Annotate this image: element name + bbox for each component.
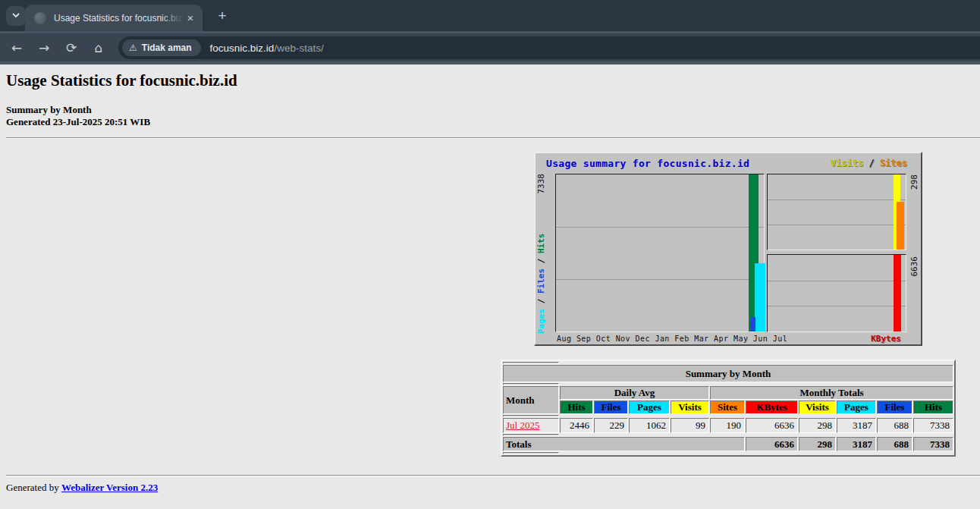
axis-word-pages: Pages xyxy=(536,309,546,334)
spacer-cell xyxy=(503,434,559,436)
back-icon[interactable]: ← xyxy=(6,37,27,58)
kbytes-bar xyxy=(894,255,901,331)
home-icon[interactable]: ⌂ xyxy=(88,37,109,58)
new-tab-button[interactable]: + xyxy=(213,7,231,25)
col-visits: Visits xyxy=(799,401,836,414)
col-pages: Pages xyxy=(629,401,670,414)
summary-by-month-table: Summary by Month Month Daily Avg Monthly… xyxy=(501,360,956,457)
totals-pages: 3187 xyxy=(837,437,876,451)
right-axis-visits-max: 298 xyxy=(909,174,919,190)
reload-icon[interactable]: ⟳ xyxy=(61,37,82,58)
daily-visits-cell: 99 xyxy=(671,418,709,433)
axis-word-hits: Hits xyxy=(536,234,546,254)
horizontal-rule xyxy=(6,137,980,139)
kbytes-panel xyxy=(767,254,906,332)
daily-pages-cell: 1062 xyxy=(629,418,670,433)
page-title: Usage Statistics for focusnic.biz.id xyxy=(6,71,237,90)
table-row: Jul 2025 2446 229 1062 99 190 6636 298 3… xyxy=(503,418,953,433)
url-host: focusnic.biz.id xyxy=(210,42,275,54)
webpage: Usage Statistics for focusnic.biz.id Sum… xyxy=(0,64,980,509)
webalizer-link[interactable]: Webalizer Version 2.23 xyxy=(61,482,158,493)
axis-separator: / xyxy=(536,294,546,309)
tab-strip: Usage Statistics for focusnic.biz × + xyxy=(0,0,980,31)
table-title: Summary by Month xyxy=(503,365,953,382)
footer-prefix: Generated by xyxy=(6,482,61,493)
browser-chrome: Usage Statistics for focusnic.biz × + ← … xyxy=(0,0,980,64)
grid-line xyxy=(768,225,906,225)
month-link[interactable]: Jul 2025 xyxy=(506,419,539,431)
hits-cell: 7338 xyxy=(913,418,953,433)
spacer-cell xyxy=(503,362,559,364)
totals-kbytes: 6636 xyxy=(746,437,798,451)
left-axis-label: Pages / Files / Hits xyxy=(536,228,546,334)
sites-cell: 190 xyxy=(710,418,745,433)
col-hits: Hits xyxy=(913,401,953,414)
col-hits: Hits xyxy=(560,401,593,414)
spacer-cell xyxy=(503,383,559,385)
page-subtitle: Summary by Month xyxy=(6,104,92,116)
grid-line xyxy=(768,281,906,281)
chart-title: Usage summary for focusnic.biz.id xyxy=(546,158,749,169)
col-pages: Pages xyxy=(837,401,876,414)
spacer-cell xyxy=(503,452,559,454)
url-text: focusnic.biz.id/web-stats/ xyxy=(210,42,324,54)
totals-hits: 7338 xyxy=(913,437,953,451)
browser-tab[interactable]: Usage Statistics for focusnic.biz × xyxy=(25,5,203,31)
address-bar[interactable]: ⚠ Tidak aman focusnic.biz.id/web-stats/ xyxy=(118,36,980,59)
url-path: /web-stats/ xyxy=(274,42,323,54)
totals-label: Totals xyxy=(503,437,745,451)
sites-bar xyxy=(897,202,904,250)
horizontal-rule xyxy=(6,475,980,476)
col-visits: Visits xyxy=(671,401,709,414)
files-bar xyxy=(751,317,755,331)
grid-line xyxy=(556,227,764,228)
chart-legend: Visits / Sites xyxy=(831,158,907,168)
daily-files-cell: 229 xyxy=(594,418,628,433)
daily-avg-header: Daily Avg xyxy=(560,386,709,400)
hits-files-pages-panel xyxy=(555,174,765,332)
col-files: Files xyxy=(877,401,912,414)
tab-favicon-icon xyxy=(34,12,46,24)
spacer-cell xyxy=(503,415,559,417)
axis-separator: / xyxy=(536,253,546,269)
col-files: Files xyxy=(594,401,628,414)
forward-icon[interactable]: → xyxy=(33,37,55,58)
browser-toolbar: ← → ⟳ ⌂ ⚠ Tidak aman focusnic.biz.id/web… xyxy=(0,31,980,64)
grid-line xyxy=(768,200,906,200)
kbytes-axis-label: KBytes xyxy=(871,334,901,344)
usage-summary-chart: Usage summary for focusnic.biz.id Visits… xyxy=(534,152,922,346)
axis-word-files: Files xyxy=(536,269,546,294)
pages-bar xyxy=(755,263,765,331)
right-axis-kbytes-max: 6636 xyxy=(909,256,919,277)
grid-line xyxy=(556,279,764,280)
tab-close-icon[interactable]: × xyxy=(184,12,196,24)
generated-timestamp: Generated 23-Jul-2025 20:51 WIB xyxy=(6,116,150,128)
kbytes-cell: 6636 xyxy=(746,418,798,433)
month-axis: Aug Sep Oct Nov Dec Jan Feb Mar Apr May … xyxy=(557,335,787,343)
pages-cell: 3187 xyxy=(837,418,876,433)
totals-visits: 298 xyxy=(799,437,836,451)
grid-line xyxy=(768,306,906,306)
visits-cell: 298 xyxy=(799,418,836,433)
monthly-totals-header: Monthly Totals xyxy=(710,386,953,400)
column-header-row: Hits Files Pages Visits Sites KBytes Vis… xyxy=(503,401,953,414)
visits-sites-panel xyxy=(767,174,906,250)
legend-separator: / xyxy=(863,158,880,168)
totals-files: 688 xyxy=(877,437,912,451)
files-cell: 688 xyxy=(877,418,912,433)
warning-icon: ⚠ xyxy=(129,42,137,53)
legend-sites: Sites xyxy=(880,158,907,168)
month-header: Month xyxy=(503,386,559,414)
month-cell: Jul 2025 xyxy=(503,418,559,433)
left-axis-max: 7338 xyxy=(536,174,546,194)
totals-row: Totals 6636 298 3187 688 7338 xyxy=(503,437,953,451)
tab-title-fade xyxy=(162,5,183,31)
security-label: Tidak aman xyxy=(142,42,192,53)
col-kbytes: KBytes xyxy=(746,401,798,414)
col-sites: Sites xyxy=(710,401,745,414)
daily-hits-cell: 2446 xyxy=(560,418,593,433)
security-chip[interactable]: ⚠ Tidak aman xyxy=(122,39,201,56)
page-footer: Generated by Webalizer Version 2.23 xyxy=(6,482,158,494)
chevron-down-icon xyxy=(11,11,20,22)
tab-search-button[interactable] xyxy=(6,6,26,26)
